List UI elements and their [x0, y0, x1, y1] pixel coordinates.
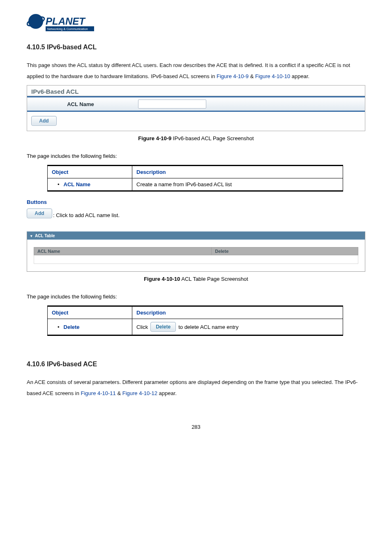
ipv6-acl-screenshot: IPv6-Based ACL ACL Name Add	[27, 85, 365, 131]
t2-desc-pre: Click	[136, 324, 148, 330]
acl-table-tab[interactable]: ▾ ACL Table	[27, 232, 365, 240]
figure-caption-1-text: IPv6-based ACL Page Screenshot	[171, 135, 254, 141]
acl-table-tab-label: ACL Table	[35, 234, 55, 238]
acl-name-row: ACL Name	[27, 96, 365, 112]
figure-link-4-10-11[interactable]: Figure 4-10-11	[81, 390, 116, 396]
figure-caption-1: Figure 4-10-9 IPv6-based ACL Page Screen…	[27, 135, 365, 141]
planet-logo-icon: PLANET Networking & Communication	[27, 12, 95, 35]
para1-text-b: appear.	[290, 73, 309, 79]
t2-r1-name: Delete	[64, 324, 80, 330]
object-table-2: Object Description Delete Click Delete t…	[47, 305, 343, 336]
acl-table-col-name: ACL Name	[34, 247, 212, 255]
t2-h-desc: Description	[132, 306, 343, 319]
delete-button-inline[interactable]: Delete	[150, 322, 176, 332]
section2-paragraph: An ACE consists of several parameters. D…	[27, 377, 365, 399]
t1-r1-object: ACL Name	[48, 178, 132, 191]
logo: PLANET Networking & Communication	[27, 12, 365, 36]
add-button[interactable]: Add	[31, 116, 57, 126]
logo-brand: PLANET	[46, 16, 86, 27]
add-button-description: Add : Click to add ACL name list.	[27, 208, 365, 218]
t2-r1-object: Delete	[48, 319, 132, 335]
para2-text-b: appear.	[157, 390, 177, 396]
figure-link-4-10-12[interactable]: Figure 4-10-12	[122, 390, 157, 396]
acl-name-input[interactable]	[138, 99, 206, 109]
chevron-down-icon: ▾	[30, 234, 32, 238]
acl-name-label: ACL Name	[27, 98, 134, 110]
t1-r1-name: ACL Name	[64, 181, 91, 187]
fields-intro-1: The page includes the following fields:	[27, 153, 365, 159]
acl-table-screenshot: ▾ ACL Table ACL Name Delete	[27, 231, 365, 272]
object-table-1: Object Description ACL Name Create a nam…	[47, 165, 343, 192]
t1-h-desc: Description	[132, 166, 343, 178]
figure-caption-1-bold: Figure 4-10-9	[138, 135, 171, 141]
buttons-heading: Buttons	[27, 199, 365, 205]
t2-r1-desc: Click Delete to delete ACL name entry	[132, 319, 343, 335]
t1-r1-desc: Create a name from IPv6-based ACL list	[132, 178, 343, 191]
logo-tagline: Networking & Communication	[47, 27, 88, 31]
svg-point-0	[28, 14, 43, 29]
para2-text-a: An ACE consists of several parameters. D…	[27, 379, 357, 396]
page-number: 283	[27, 424, 365, 430]
figure-caption-2-text: ACL Table Page Screenshot	[180, 276, 248, 282]
figure-link-4-10-9[interactable]: Figure 4-10-9	[217, 73, 249, 79]
add-button-desc-text: : Click to add ACL name list.	[53, 212, 120, 218]
fields-intro-2: The page includes the following fields:	[27, 294, 365, 300]
acl-table-col-delete: Delete	[212, 247, 358, 255]
figure-caption-2-bold: Figure 4-10-10	[144, 276, 180, 282]
t1-h-object: Object	[48, 166, 132, 178]
figure-link-4-10-10[interactable]: Figure 4-10-10	[255, 73, 290, 79]
t2-desc-post: to delete ACL name entry	[178, 324, 238, 330]
section-heading-1: 4.10.5 IPv6-based ACL	[27, 44, 365, 51]
para2-amp: &	[116, 390, 122, 396]
section-heading-2: 4.10.6 IPv6-based ACE	[27, 361, 365, 368]
acl-table-header: ACL Name Delete	[34, 247, 358, 255]
section1-paragraph: This page shows the ACL status by differ…	[27, 60, 365, 82]
t2-h-object: Object	[48, 306, 132, 319]
panel-title: IPv6-Based ACL	[27, 86, 365, 96]
para1-amp: &	[249, 73, 255, 79]
add-button-inline[interactable]: Add	[27, 208, 52, 218]
figure-caption-2: Figure 4-10-10 ACL Table Page Screenshot	[27, 276, 365, 282]
acl-table-body	[34, 255, 358, 264]
